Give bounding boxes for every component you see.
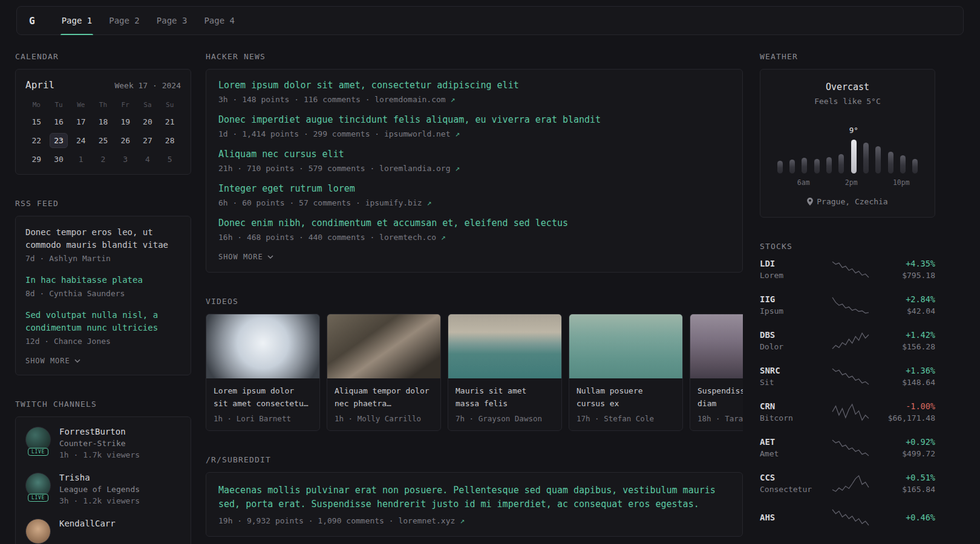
calendar-day[interactable]: 16 xyxy=(50,114,68,129)
weather-bar-slot xyxy=(799,125,811,173)
app-logo[interactable]: G xyxy=(29,7,35,34)
hackernews-item-title[interactable]: Integer eget rutrum lorem xyxy=(218,183,730,195)
twitch-channel-row[interactable]: KendallCarr xyxy=(25,519,181,544)
calendar-day[interactable]: 4 xyxy=(139,152,157,167)
hackernews-item-title[interactable]: Donec enim nibh, condimentum et accumsan… xyxy=(218,217,730,230)
external-link-icon: ↗ xyxy=(451,164,460,173)
channel-name[interactable]: KendallCarr xyxy=(59,519,116,528)
stock-ticker: AET xyxy=(760,437,831,447)
hackernews-item-title[interactable]: Aliquam nec cursus elit xyxy=(218,148,730,161)
stock-row[interactable]: AETAmet+0.92%$499.72 xyxy=(760,437,935,458)
twitch-channel-row[interactable]: LIVETrishaLeague of Legends3h · 1.2k vie… xyxy=(25,473,181,505)
subreddit-post: Maecenas mollis pulvinar erat non posuer… xyxy=(218,484,730,525)
live-badge: LIVE xyxy=(28,448,48,456)
calendar-day[interactable]: 25 xyxy=(94,133,112,148)
video-card[interactable]: Aliquam tempor dolor nec phaetra…1h · Mo… xyxy=(327,314,441,431)
stock-row[interactable]: AHS+0.46% xyxy=(760,508,935,526)
calendar-day[interactable]: 5 xyxy=(161,152,179,167)
weather-time-label: 6am xyxy=(797,178,810,187)
weather-bar xyxy=(838,154,844,173)
weather-time-label xyxy=(858,178,869,187)
stocks-list: LDILorem+4.35%$795.18IIGIpsum+2.84%$42.0… xyxy=(760,259,935,526)
subreddit-post-meta: 19h · 9,932 points · 1,090 comments · lo… xyxy=(218,516,730,525)
left-column: CALENDAR April Week 17 · 2024 MoTuWeThFr… xyxy=(15,52,191,544)
calendar-day[interactable]: 18 xyxy=(94,114,112,129)
stock-row[interactable]: CCSConsectetur+0.51%$165.84 xyxy=(760,473,935,494)
hackernews-item-meta: 3h · 148 points · 116 comments · loremdo… xyxy=(218,95,730,104)
weather-bar-slot xyxy=(823,125,835,173)
calendar-day[interactable]: 17 xyxy=(72,114,90,129)
weather-bar-slot xyxy=(884,125,897,173)
video-card[interactable]: Lorem ipsum dolor sit amet consectetu…1h… xyxy=(206,314,320,431)
channel-name[interactable]: ForrestBurton xyxy=(59,427,140,436)
stock-row[interactable]: LDILorem+4.35%$795.18 xyxy=(760,259,935,280)
calendar-day[interactable]: 2 xyxy=(94,152,112,167)
stock-sparkline xyxy=(831,296,870,314)
rss-item: Sed volutpat nulla nisl, a condimentum n… xyxy=(25,309,181,346)
hackernews-item-title[interactable]: Lorem ipsum dolor sit amet, consectetur … xyxy=(218,79,730,92)
video-meta: 1h · Lori Barnett xyxy=(214,414,312,423)
tab-page-4[interactable]: Page 4 xyxy=(195,7,243,34)
rss-item-title[interactable]: Sed volutpat nulla nisl, a condimentum n… xyxy=(25,309,181,334)
rss-widget-header: RSS FEED xyxy=(15,199,191,208)
stock-row[interactable]: CRNBitcorn-1.00%$66,171.48 xyxy=(760,401,935,423)
rss-card: Donec tempor eros leo, ut commodo mauris… xyxy=(15,216,191,375)
weather-condition: Overcast xyxy=(770,82,925,92)
stock-price: $42.04 xyxy=(880,306,935,316)
weather-card: Overcast Feels like 5°C 9° 6am2pm10pm Pr… xyxy=(760,69,935,218)
calendar-day[interactable]: 3 xyxy=(116,152,134,167)
subreddit-post-title[interactable]: Maecenas mollis pulvinar erat non posuer… xyxy=(218,484,730,512)
calendar-day[interactable]: 26 xyxy=(116,133,134,148)
calendar-day[interactable]: 27 xyxy=(139,133,157,148)
calendar-day[interactable]: 22 xyxy=(27,133,45,148)
stock-change: +0.46% xyxy=(880,513,935,522)
weather-time-label xyxy=(822,178,833,187)
channel-name[interactable]: Trisha xyxy=(59,473,140,482)
stock-sparkline xyxy=(831,474,870,493)
stock-change: +1.42% xyxy=(880,330,935,340)
stocks-widget: STOCKS LDILorem+4.35%$795.18IIGIpsum+2.8… xyxy=(760,242,935,526)
calendar-day[interactable]: 21 xyxy=(161,114,179,129)
stock-row[interactable]: DBSDolor+1.42%$156.28 xyxy=(760,330,935,351)
weather-location-label: Prague, Czechia xyxy=(817,197,887,206)
stock-row[interactable]: IIGIpsum+2.84%$42.04 xyxy=(760,294,935,316)
twitch-channel-row[interactable]: LIVEForrestBurtonCounter-Strike1h · 1.7k… xyxy=(25,427,181,459)
stock-price: $499.72 xyxy=(880,449,935,458)
calendar-day[interactable]: 29 xyxy=(27,152,45,167)
video-meta: 17h · Stefan Cole xyxy=(577,414,675,423)
hackernews-item: Aliquam nec cursus elit21h · 710 points … xyxy=(218,148,730,173)
hackernews-item-title[interactable]: Donec imperdiet augue tincidunt felis al… xyxy=(218,114,730,126)
calendar-day[interactable]: 15 xyxy=(27,114,45,129)
calendar-day-selected[interactable]: 23 xyxy=(50,133,68,148)
rss-show-more-button[interactable]: SHOW MORE xyxy=(25,357,181,365)
calendar-day[interactable]: 30 xyxy=(50,152,68,167)
weather-bar xyxy=(888,152,893,173)
rss-item-meta: 12d · Chance Jones xyxy=(25,337,181,346)
calendar-day[interactable]: 20 xyxy=(139,114,157,129)
right-column: WEATHER Overcast Feels like 5°C 9° 6am2p… xyxy=(760,52,935,544)
tab-page-1[interactable]: Page 1 xyxy=(53,7,101,34)
calendar-day[interactable]: 24 xyxy=(72,133,90,148)
hackernews-show-more-button[interactable]: SHOW MORE xyxy=(218,253,730,261)
calendar-widget: CALENDAR April Week 17 · 2024 MoTuWeThFr… xyxy=(15,52,191,175)
stock-change: +2.84% xyxy=(880,294,935,304)
stock-row[interactable]: SNRCSit+1.36%$148.64 xyxy=(760,366,935,387)
tab-page-2[interactable]: Page 2 xyxy=(100,7,148,34)
video-card[interactable]: Nullam posuere cursus ex17h · Stefan Col… xyxy=(569,314,683,431)
calendar-day[interactable]: 19 xyxy=(116,114,134,129)
stock-price: $165.84 xyxy=(880,485,935,494)
weather-hourly-chart: 9° xyxy=(774,125,921,173)
video-card[interactable]: Mauris sit amet massa felis7h · Grayson … xyxy=(448,314,562,431)
calendar-day[interactable]: 1 xyxy=(72,152,90,167)
subreddit-widget-header: /R/SUBREDDIT xyxy=(206,455,743,464)
video-thumbnail xyxy=(327,314,440,378)
rss-item-title[interactable]: In hac habitasse platea xyxy=(25,274,181,287)
rss-item: Donec tempor eros leo, ut commodo mauris… xyxy=(25,226,181,263)
video-card[interactable]: Suspendisse diam18h · Tara xyxy=(690,314,743,431)
calendar-day[interactable]: 28 xyxy=(161,133,179,148)
rss-item-title[interactable]: Donec tempor eros leo, ut commodo mauris… xyxy=(25,226,181,251)
separator: · xyxy=(152,81,157,90)
weather-widget: WEATHER Overcast Feels like 5°C 9° 6am2p… xyxy=(760,52,935,218)
tab-page-3[interactable]: Page 3 xyxy=(148,7,196,34)
external-link-icon: ↗ xyxy=(446,95,456,104)
